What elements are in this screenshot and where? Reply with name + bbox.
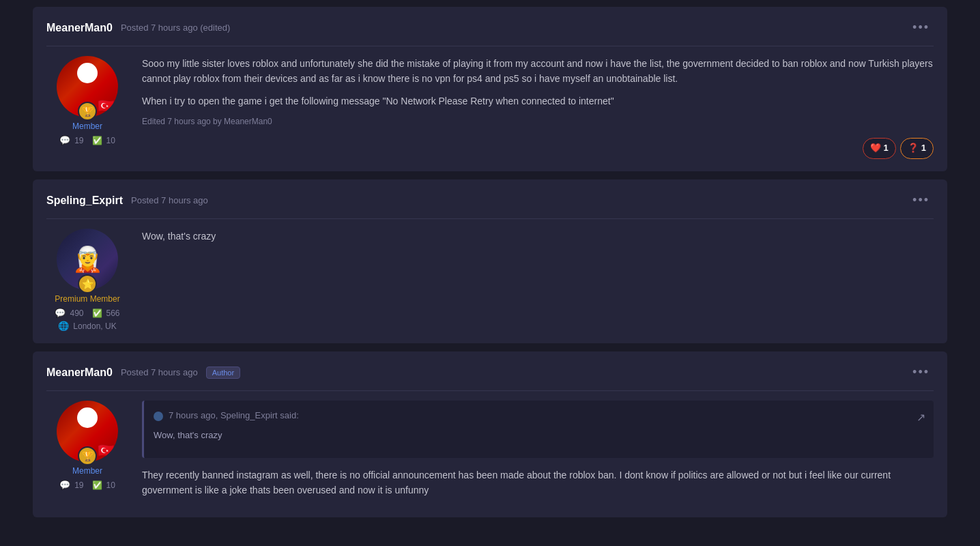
- post-header-left: Speling_Expirt Posted 7 hours ago: [46, 195, 208, 207]
- author-stats: 💬 19 ✅ 10: [46, 135, 128, 145]
- post-header: MeanerMan0 Posted 7 hours ago Author •••: [46, 364, 934, 381]
- quote-header: 7 hours ago, Speling_Expirt said:: [154, 409, 924, 423]
- stat-row-comments: 💬 490 ✅ 566: [55, 308, 119, 318]
- post-header: MeanerMan0 Posted 7 hours ago (edited) •…: [46, 19, 934, 36]
- stat-location: London, UK: [73, 321, 116, 331]
- post-reactions: ❤️ 1 ❓ 1: [142, 138, 934, 159]
- post-header: Speling_Expirt Posted 7 hours ago •••: [46, 192, 934, 209]
- stat-points: 10: [106, 480, 115, 490]
- post-item: MeanerMan0 Posted 7 hours ago Author •••…: [33, 351, 947, 517]
- post-more-button[interactable]: •••: [908, 364, 934, 381]
- quote-text: Wow, that's crazy: [154, 429, 924, 443]
- posts-container: MeanerMan0 Posted 7 hours ago (edited) •…: [19, 0, 961, 532]
- post-paragraph-1: Wow, that's crazy: [142, 229, 934, 244]
- stat-comments: 19: [74, 136, 83, 145]
- post-body: 🧝 ⭐ Premium Member 💬 490 ✅ 566 🌐 London,…: [46, 229, 934, 331]
- post-username: Speling_Expirt: [46, 195, 123, 207]
- post-content: Sooo my little sister loves roblox and u…: [142, 56, 934, 159]
- post-edited: Edited 7 hours ago by MeanerMan0: [142, 115, 934, 128]
- location-icon: 🌐: [58, 321, 69, 331]
- post-header-left: MeanerMan0 Posted 7 hours ago Author: [46, 367, 240, 379]
- post-paragraph-1: They recently banned instagram as well, …: [142, 468, 934, 498]
- quote-attribution: 7 hours ago, Speling_Expirt said:: [169, 409, 299, 423]
- avatar-wrap: 🏆: [57, 401, 118, 462]
- post-more-button[interactable]: •••: [908, 192, 934, 209]
- post-meta: Posted 7 hours ago: [131, 195, 208, 205]
- post-body: 🏆 Member 💬 19 ✅ 10 Sooo my little sister…: [46, 56, 934, 159]
- stat-comments: 490: [70, 308, 83, 318]
- stat-row-location: 🌐 London, UK: [58, 321, 116, 331]
- comment-icon: 💬: [59, 480, 70, 490]
- author-badge: Author: [206, 367, 240, 379]
- quote-arrow-icon[interactable]: ↗: [917, 409, 925, 427]
- author-stats: 💬 490 ✅ 566 🌐 London, UK: [46, 308, 128, 331]
- member-label: Member: [72, 466, 102, 476]
- member-label: Member: [72, 121, 102, 131]
- badge-icon: 🏆: [78, 446, 97, 465]
- post-paragraph-1: Sooo my little sister loves roblox and u…: [142, 56, 934, 87]
- post-username: MeanerMan0: [46, 367, 113, 379]
- badge-icon: ⭐: [78, 274, 97, 293]
- badge-icon: 🏆: [78, 102, 97, 121]
- post-header-left: MeanerMan0 Posted 7 hours ago (edited): [46, 22, 230, 34]
- post-more-button[interactable]: •••: [908, 19, 934, 36]
- stat-points: 10: [106, 136, 115, 145]
- reaction-question[interactable]: ❓ 1: [900, 138, 934, 159]
- stat-spacer: ✅: [92, 480, 102, 490]
- quote-dot-icon: [154, 412, 163, 421]
- post-item: Speling_Expirt Posted 7 hours ago ••• 🧝 …: [33, 179, 947, 343]
- avatar-wrap: 🏆: [57, 56, 118, 117]
- post-username: MeanerMan0: [46, 22, 113, 34]
- post-item: MeanerMan0 Posted 7 hours ago (edited) •…: [33, 7, 947, 171]
- post-paragraph-2: When i try to open the game i get the fo…: [142, 94, 934, 109]
- stat-comments: 19: [74, 480, 83, 490]
- author-info: 🏆 Member 💬 19 ✅ 10: [46, 401, 128, 504]
- author-info: 🏆 Member 💬 19 ✅ 10: [46, 56, 128, 159]
- question-count: 1: [921, 141, 926, 156]
- avatar-wrap: 🧝 ⭐: [57, 229, 118, 290]
- heart-count: 1: [884, 141, 889, 156]
- comment-icon: 💬: [55, 308, 66, 318]
- quote-block: 7 hours ago, Speling_Expirt said: ↗ Wow,…: [142, 401, 934, 458]
- member-label: Premium Member: [55, 294, 119, 304]
- author-stats: 💬 19 ✅ 10: [46, 480, 128, 490]
- stat-points: 566: [106, 308, 120, 318]
- heart-emoji: ❤️: [870, 141, 881, 156]
- post-meta: Posted 7 hours ago (edited): [121, 23, 230, 33]
- post-meta: Posted 7 hours ago: [121, 367, 198, 377]
- stat-row: 💬 19 ✅ 10: [59, 480, 115, 490]
- question-emoji: ❓: [908, 141, 919, 156]
- stat-spacer: ✅: [92, 136, 102, 145]
- post-content: Wow, that's crazy: [142, 229, 934, 331]
- stat-row: 💬 19 ✅ 10: [59, 135, 115, 145]
- stat-spacer: ✅: [92, 308, 102, 318]
- comment-icon: 💬: [59, 135, 70, 145]
- post-content: 7 hours ago, Speling_Expirt said: ↗ Wow,…: [142, 401, 934, 504]
- author-info: 🧝 ⭐ Premium Member 💬 490 ✅ 566 🌐 London,…: [46, 229, 128, 331]
- post-body: 🏆 Member 💬 19 ✅ 10 7 hours ago, Sp: [46, 401, 934, 504]
- reaction-heart[interactable]: ❤️ 1: [863, 138, 896, 159]
